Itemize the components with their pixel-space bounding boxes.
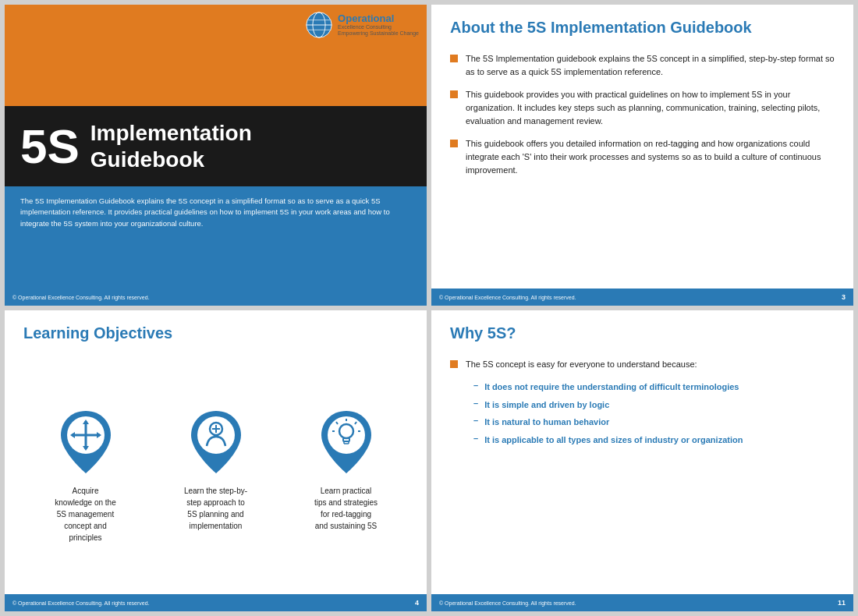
why-intro: The 5S concept is easy for everyone to u… (450, 358, 835, 371)
description-bar: The 5S Implementation Guidebook explains… (5, 186, 427, 289)
implementation-title: Implementation Guidebook (90, 120, 252, 172)
objectives-row: Acquireknowledge on the5S managementconc… (20, 407, 411, 543)
bullet-square-1 (450, 55, 458, 62)
arrows-pin-icon (55, 407, 117, 477)
globe-icon (305, 11, 333, 39)
brand-main: Operational (338, 13, 419, 24)
logo-area: Operational Excellence Consulting Empowe… (305, 11, 419, 39)
title-bar: 5S Implementation Guidebook (5, 106, 427, 186)
bullet-text-3: This guidebook offers you detailed infor… (466, 137, 835, 177)
slide-cover: Operational Excellence Consulting Empowe… (5, 5, 427, 306)
slide-about: About the 5S Implementation Guidebook Th… (431, 5, 853, 306)
slide4-footer-text: © Operational Excellence Consulting. All… (439, 600, 576, 606)
why-intro-text: The 5S concept is easy for everyone to u… (466, 358, 697, 371)
slide1-footer-text: © Operational Excellence Consulting. All… (12, 295, 150, 300)
slide2-page: 3 (842, 293, 846, 301)
logo-text: Operational Excellence Consulting Empowe… (338, 13, 419, 37)
why-sub-list: – It does not require the understanding … (473, 381, 835, 446)
why-reason-1: – It does not require the understanding … (473, 381, 835, 394)
slide3-footer: © Operational Excellence Consulting. All… (5, 594, 427, 611)
brand-sub2: Empowering Sustainable Change (338, 30, 419, 37)
bullet-square-2 (450, 90, 458, 98)
slide2-footer-text: © Operational Excellence Consulting. All… (439, 295, 576, 300)
dash-1: – (473, 381, 478, 390)
bullet-item-2: This guidebook provides you with practic… (450, 88, 835, 128)
why-reason-2: – It is simple and driven by logic (473, 398, 835, 412)
dash-2: – (473, 398, 478, 408)
cover-description: The 5S Implementation Guidebook explains… (20, 196, 411, 229)
objective-1: Acquireknowledge on the5S managementconc… (31, 407, 140, 543)
learning-title: Learning Objectives (23, 324, 408, 342)
slide-why: Why 5S? The 5S concept is easy for every… (431, 310, 853, 611)
brand-sub1: Excellence Consulting (338, 24, 419, 30)
dash-3: – (473, 416, 478, 425)
bullet-item-3: This guidebook offers you detailed infor… (450, 137, 835, 177)
slide4-page: 11 (838, 599, 846, 607)
big-5s-label: 5S (20, 122, 80, 171)
about-header: About the 5S Implementation Guidebook (431, 5, 853, 44)
why-reason-text-3: It is natural to human behavior (484, 416, 609, 429)
why-reason-4: – It is applicable to all types and size… (473, 434, 835, 447)
obj-label-3: Learn practicaltips and strategiesfor re… (314, 485, 378, 532)
learning-header: Learning Objectives (5, 310, 427, 349)
about-content: The 5S Implementation guidebook explains… (431, 44, 853, 289)
dash-4: – (473, 434, 478, 443)
orange-bar: Operational Excellence Consulting Empowe… (5, 5, 427, 106)
svg-point-16 (328, 416, 365, 454)
why-header: Why 5S? (431, 310, 853, 350)
slide2-footer: © Operational Excellence Consulting. All… (431, 289, 853, 306)
bullet-item-1: The 5S Implementation guidebook explains… (450, 52, 835, 79)
obj-label-1: Acquireknowledge on the5S managementconc… (55, 485, 115, 543)
bullet-text-1: The 5S Implementation guidebook explains… (466, 52, 835, 79)
bullet-square-3 (450, 140, 458, 147)
head-pin-icon (185, 407, 247, 477)
bulb-pin-icon (315, 407, 378, 477)
about-title: About the 5S Implementation Guidebook (450, 19, 835, 37)
slide-learning: Learning Objectives (5, 310, 427, 611)
why-reason-3: – It is natural to human behavior (473, 416, 835, 429)
slide3-page: 4 (415, 599, 419, 607)
why-reason-text-2: It is simple and driven by logic (484, 398, 609, 412)
obj-label-2: Learn the step-by-step approach to5S pla… (184, 485, 247, 532)
why-title: Why 5S? (450, 324, 835, 342)
why-reason-text-1: It does not require the understanding of… (484, 381, 739, 394)
slide4-footer: © Operational Excellence Consulting. All… (431, 594, 853, 611)
why-content: The 5S concept is easy for everyone to u… (431, 350, 853, 594)
learning-content: Acquireknowledge on the5S managementconc… (5, 349, 427, 594)
why-reason-text-4: It is applicable to all types and sizes … (484, 434, 743, 447)
objective-2: Learn the step-by-step approach to5S pla… (161, 407, 271, 543)
objective-3: Learn practicaltips and strategiesfor re… (292, 407, 401, 543)
why-bullet-square (450, 360, 458, 368)
title-line1: Implementation (90, 121, 252, 145)
slide1-footer: © Operational Excellence Consulting. All… (5, 289, 427, 306)
slide3-footer-text: © Operational Excellence Consulting. All… (12, 600, 150, 606)
title-line2: Guidebook (90, 147, 204, 172)
bullet-text-2: This guidebook provides you with practic… (466, 88, 835, 128)
